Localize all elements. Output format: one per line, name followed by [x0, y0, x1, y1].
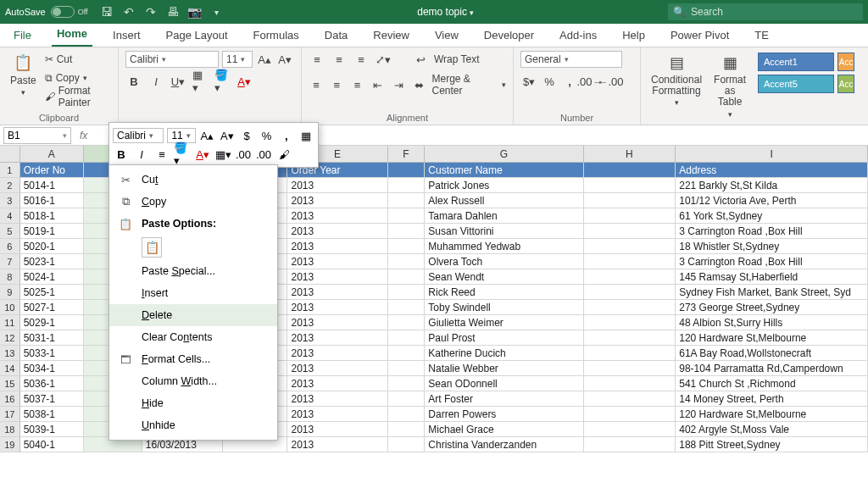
cell[interactable]: 2013 — [287, 376, 387, 391]
cell[interactable]: Rick Reed — [425, 285, 583, 300]
row-header[interactable]: 7 — [0, 254, 20, 269]
document-title[interactable]: demo topic ▾ — [224, 6, 668, 18]
bold-button[interactable]: B — [125, 73, 142, 90]
tab-file[interactable]: File — [8, 25, 36, 47]
row-header[interactable]: 13 — [0, 346, 20, 361]
cell[interactable]: 5034-1 — [20, 361, 84, 376]
cell[interactable] — [584, 376, 676, 391]
font-color-button[interactable]: A▾ — [236, 73, 253, 90]
col-header-F[interactable]: F — [388, 146, 425, 162]
row-header[interactable]: 5 — [0, 224, 20, 239]
cell[interactable]: 5024-1 — [20, 269, 84, 285]
cell[interactable]: 402 Argyle St,Moss Vale — [676, 422, 868, 437]
wrap-text-label[interactable]: Wrap Text — [434, 53, 480, 65]
currency-icon[interactable]: $▾ — [520, 73, 537, 90]
cell[interactable]: 145 Ramsay St,Haberfield — [676, 269, 868, 285]
cell[interactable]: Christina Vanderzanden — [425, 437, 583, 452]
cell[interactable]: 5029-1 — [20, 315, 84, 330]
cell[interactable]: 5014-1 — [20, 178, 84, 193]
indent-inc-icon[interactable]: ⇥ — [391, 76, 406, 93]
cell[interactable]: Address — [676, 163, 868, 178]
cell[interactable] — [584, 391, 676, 407]
ctx-delete[interactable]: Delete — [109, 304, 277, 326]
cell[interactable] — [388, 330, 425, 346]
col-header-A[interactable]: A — [20, 146, 84, 162]
cell[interactable] — [584, 437, 676, 452]
cell[interactable]: 5018-1 — [20, 208, 84, 224]
print-icon[interactable]: 🖶 — [166, 5, 180, 19]
cell[interactable] — [388, 346, 425, 361]
cell[interactable] — [388, 391, 425, 407]
col-header-H[interactable]: H — [584, 146, 676, 162]
cell[interactable] — [584, 315, 676, 330]
cell[interactable] — [388, 193, 425, 208]
cell[interactable]: 5031-1 — [20, 330, 84, 346]
cell[interactable]: 2013 — [287, 315, 387, 330]
borders-button[interactable]: ▦ ▾ — [192, 73, 209, 90]
shrink-font-icon[interactable]: A▾ — [276, 51, 293, 68]
save-icon[interactable]: 🖫 — [100, 5, 114, 19]
orientation-icon[interactable]: ⤢▾ — [375, 51, 392, 68]
cell[interactable]: 2013 — [287, 437, 387, 452]
mini-fontcolor-icon[interactable]: A▾ — [194, 146, 211, 163]
cell[interactable]: 5039-1 — [20, 422, 84, 437]
cell[interactable]: 2013 — [287, 254, 387, 269]
tab-home[interactable]: Home — [52, 24, 92, 47]
cell[interactable]: 2013 — [287, 330, 387, 346]
ctx-hide[interactable]: Hide — [109, 392, 277, 414]
fill-color-button[interactable]: 🪣▾ — [214, 73, 231, 90]
cell[interactable]: Paul Prost — [425, 330, 583, 346]
row-header[interactable]: 1 — [0, 163, 20, 178]
cell[interactable]: 5027-1 — [20, 300, 84, 315]
cell[interactable]: Alex Russell — [425, 193, 583, 208]
mini-bold-icon[interactable]: B — [113, 146, 130, 163]
cell[interactable]: 2013 — [287, 208, 387, 224]
wrap-text-button[interactable]: ↩ — [412, 51, 429, 68]
cell[interactable] — [584, 300, 676, 315]
cell[interactable]: 5020-1 — [20, 239, 84, 254]
qat-more-icon[interactable]: ▾ — [210, 5, 224, 19]
align-left-icon[interactable]: ≡ — [309, 76, 324, 93]
tab-insert[interactable]: Insert — [108, 25, 146, 47]
mini-inc-dec-icon[interactable]: .00 — [235, 146, 252, 163]
cell[interactable]: 2013 — [287, 422, 387, 437]
mini-table-icon[interactable]: ▦ — [298, 127, 314, 144]
row-header[interactable]: 10 — [0, 300, 20, 315]
row-header[interactable]: 18 — [0, 422, 20, 437]
cell[interactable]: Customer Name — [425, 163, 583, 178]
cell[interactable]: 5019-1 — [20, 224, 84, 239]
cell[interactable]: Susan Vittorini — [425, 224, 583, 239]
row-header[interactable]: 3 — [0, 193, 20, 208]
align-center-icon[interactable]: ≡ — [329, 76, 344, 93]
cell[interactable] — [388, 285, 425, 300]
tab-review[interactable]: Review — [368, 25, 415, 47]
mini-shrink-font-icon[interactable]: A▾ — [219, 127, 235, 144]
italic-button[interactable]: I — [147, 73, 164, 90]
cell[interactable] — [388, 269, 425, 285]
cell[interactable] — [584, 193, 676, 208]
ctx-clear-contents[interactable]: Clear Contents — [109, 326, 277, 348]
cell[interactable]: 2013 — [287, 300, 387, 315]
cell[interactable]: 61 York St,Sydney — [676, 208, 868, 224]
cell[interactable]: Sean Wendt — [425, 269, 583, 285]
cell[interactable]: Katherine Ducich — [425, 346, 583, 361]
cell[interactable]: 101/12 Victoria Ave, Perth — [676, 193, 868, 208]
comma-icon[interactable]: , — [561, 73, 578, 90]
cell[interactable]: 48 Albion St,Surry Hills — [676, 315, 868, 330]
inc-decimal-icon[interactable]: .00→ — [581, 73, 598, 90]
name-box[interactable]: B1▾ — [3, 127, 71, 144]
cell[interactable]: 5038-1 — [20, 407, 84, 422]
cell[interactable] — [584, 361, 676, 376]
cell[interactable]: 3 Carrington Road ,Box Hill — [676, 254, 868, 269]
cell[interactable] — [388, 437, 425, 452]
mini-fill-icon[interactable]: 🪣▾ — [174, 146, 191, 163]
row-header[interactable]: 15 — [0, 376, 20, 391]
merge-icon[interactable]: ⬌ — [411, 76, 426, 93]
cell[interactable] — [388, 376, 425, 391]
cell[interactable]: Patrick Jones — [425, 178, 583, 193]
mini-italic-icon[interactable]: I — [133, 146, 150, 163]
ctx-paste-special[interactable]: Paste Special... — [109, 260, 277, 282]
ctx-column-width[interactable]: Column Width... — [109, 370, 277, 392]
cell[interactable] — [388, 239, 425, 254]
cell[interactable]: 3 Carrington Road ,Box Hill — [676, 224, 868, 239]
